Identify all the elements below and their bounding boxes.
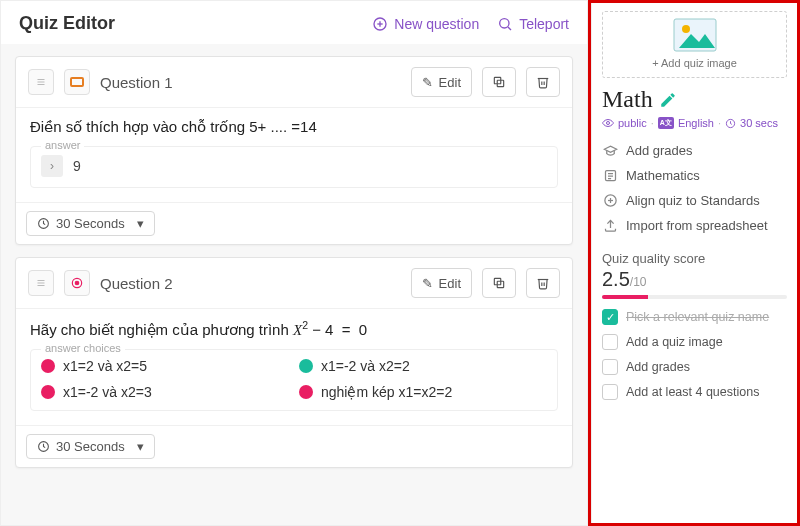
question-card-header: Question 2 ✎ Edit [16, 258, 572, 309]
svg-line-4 [508, 27, 511, 30]
caret-down-icon: ▾ [137, 439, 144, 454]
side-item-label: Mathematics [626, 168, 700, 183]
answer-row: › 9 [41, 155, 547, 177]
answer-box: answer › 9 [30, 146, 558, 188]
side-item-label: Add grades [626, 143, 693, 158]
question-prompt-text: Hãy cho biết nghiệm của phương trình [30, 321, 293, 338]
clock-icon [37, 440, 50, 453]
pencil-icon: ✎ [422, 276, 433, 291]
teleport-label: Teleport [519, 16, 569, 32]
check-item: Add at least 4 questions [602, 384, 787, 400]
checkbox-icon[interactable] [602, 359, 618, 375]
check-label: Add at least 4 questions [626, 385, 759, 399]
choice-item: nghiệm kép x1=x2=2 [299, 384, 547, 400]
choice-text: nghiệm kép x1=x2=2 [321, 384, 452, 400]
question-prompt: Điền số thích hợp vào chỗ trống 5+ .... … [30, 118, 558, 136]
question-card-header: Question 1 ✎ Edit [16, 57, 572, 108]
side-item-label: Import from spreadsheet [626, 218, 768, 233]
add-quiz-image-button[interactable]: + Add quiz image [602, 11, 787, 78]
edit-button[interactable]: ✎ Edit [411, 268, 472, 298]
copy-icon [492, 276, 506, 290]
quiz-meta: public · A文 English · 30 secs [602, 117, 787, 129]
quality-score: 2.5/10 [602, 268, 787, 291]
edit-button[interactable]: ✎ Edit [411, 67, 472, 97]
duplicate-button[interactable] [482, 268, 516, 298]
align-standards-button[interactable]: Align quiz to Standards [602, 193, 787, 208]
timer-row: 30 Seconds ▾ [16, 425, 572, 467]
question-body: Điền số thích hợp vào chỗ trống 5+ .... … [16, 108, 572, 202]
quiz-name-row: Math [602, 86, 787, 113]
choice-item: x1=-2 và x2=3 [41, 384, 289, 400]
score-value: 2.5 [602, 268, 630, 290]
main-panel: Quiz Editor New question Teleport Questi… [0, 0, 588, 526]
edit-quiz-name-button[interactable] [659, 91, 677, 109]
quality-checklist: ✓ Pick a relevant quiz name Add a quiz i… [602, 309, 787, 400]
question-title: Question 1 [100, 74, 401, 91]
check-label: Add grades [626, 360, 690, 374]
choice-dot-icon [41, 359, 55, 373]
edit-label: Edit [439, 75, 461, 90]
meta-language[interactable]: English [678, 117, 714, 129]
choice-item: x1=2 và x2=5 [41, 358, 289, 374]
pencil-icon: ✎ [422, 75, 433, 90]
checkbox-checked-icon[interactable]: ✓ [602, 309, 618, 325]
question-card: Question 1 ✎ Edit Điền số thích hợp vào … [15, 56, 573, 245]
choice-dot-icon [41, 385, 55, 399]
svg-point-27 [607, 122, 610, 125]
new-question-button[interactable]: New question [372, 16, 479, 32]
eye-icon [602, 117, 614, 129]
add-grades-button[interactable]: Add grades [602, 143, 787, 158]
page-title: Quiz Editor [19, 13, 354, 34]
import-spreadsheet-button[interactable]: Import from spreadsheet [602, 218, 787, 233]
subject-button[interactable]: Mathematics [602, 168, 787, 183]
drag-handle-icon[interactable] [28, 69, 54, 95]
upload-icon [602, 218, 618, 233]
duplicate-button[interactable] [482, 67, 516, 97]
caret-down-icon: ▾ [137, 216, 144, 231]
new-question-label: New question [394, 16, 479, 32]
question-type-fillblank-icon [64, 69, 90, 95]
timer-label: 30 Seconds [56, 216, 125, 231]
language-icon: A文 [658, 117, 674, 129]
answer-choices-box: answer choices x1=2 và x2=5 x1=-2 và x2=… [30, 349, 558, 411]
svg-point-25 [682, 25, 690, 33]
image-placeholder-icon [673, 18, 717, 52]
choice-dot-icon [299, 385, 313, 399]
side-panel: + Add quiz image Math public · A文 Englis… [588, 0, 800, 526]
checkbox-icon[interactable] [602, 384, 618, 400]
choice-text: x1=-2 và x2=3 [63, 384, 152, 400]
meta-duration[interactable]: 30 secs [740, 117, 778, 129]
meta-visibility[interactable]: public [618, 117, 647, 129]
teleport-button[interactable]: Teleport [497, 16, 569, 32]
choice-text: x1=-2 và x2=2 [321, 358, 410, 374]
plus-circle-icon [372, 16, 388, 32]
timer-label: 30 Seconds [56, 439, 125, 454]
clock-icon [725, 118, 736, 129]
question-card: Question 2 ✎ Edit Hãy cho biết nghiệm củ… [15, 257, 573, 468]
trash-icon [536, 75, 550, 89]
edit-label: Edit [439, 276, 461, 291]
quality-bar [602, 295, 787, 299]
check-label: Add a quiz image [626, 335, 723, 349]
score-max: /10 [630, 275, 647, 289]
check-label: Pick a relevant quiz name [626, 310, 769, 324]
quality-label: Quiz quality score [602, 251, 787, 266]
drag-handle-icon[interactable] [28, 270, 54, 296]
question-type-mcq-icon [64, 270, 90, 296]
choice-text: x1=2 và x2=5 [63, 358, 147, 374]
side-item-label: Align quiz to Standards [626, 193, 760, 208]
add-quiz-image-label: + Add quiz image [603, 57, 786, 69]
checkbox-icon[interactable] [602, 334, 618, 350]
check-item: Add grades [602, 359, 787, 375]
chevron-right-icon[interactable]: › [41, 155, 63, 177]
timer-select[interactable]: 30 Seconds ▾ [26, 211, 155, 236]
choice-dot-icon [299, 359, 313, 373]
quiz-name: Math [602, 86, 653, 113]
timer-select[interactable]: 30 Seconds ▾ [26, 434, 155, 459]
delete-button[interactable] [526, 67, 560, 97]
list-icon [602, 168, 618, 183]
check-item: Add a quiz image [602, 334, 787, 350]
delete-button[interactable] [526, 268, 560, 298]
header: Quiz Editor New question Teleport [1, 1, 587, 44]
clock-icon [37, 217, 50, 230]
